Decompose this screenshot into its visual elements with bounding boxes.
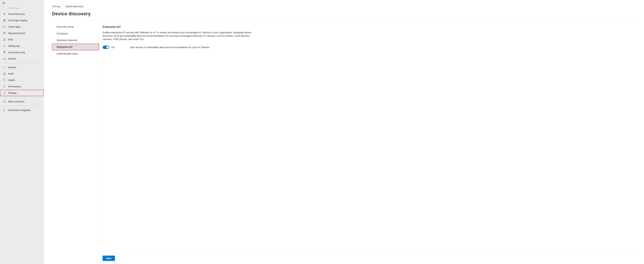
cloud-apps-icon <box>3 7 6 10</box>
detail-description: Enable enterprise IoT security with Defe… <box>102 31 258 41</box>
sidebar-item-label: Activity log <box>8 45 41 47</box>
settings-nav-enterprise-iot[interactable]: Enterprise IoT <box>52 44 99 50</box>
sidebar-item-label: Files <box>8 38 41 41</box>
breadcrumb-settings[interactable]: Settings <box>52 5 60 8</box>
sidebar-item-cloud-app-catalog[interactable]: Cloud app catalog <box>0 17 44 23</box>
svg-point-7 <box>3 26 4 27</box>
toggle-state-label: On <box>112 46 114 49</box>
svg-point-11 <box>5 46 6 46</box>
nav-divider <box>3 97 41 97</box>
sidebar-item-cloud-discovery[interactable]: Cloud discovery <box>0 11 44 17</box>
sidebar-item-customize-navigation[interactable]: Customize navigation <box>0 107 44 113</box>
toggle-info-text: Gain access to vulnerability data and re… <box>130 46 210 49</box>
gear-icon <box>3 91 6 95</box>
nav-list: Cloud apps Cloud discovery Cloud app cat… <box>0 7 44 113</box>
sidebar-item-label: Permissions <box>8 85 41 88</box>
breadcrumb: Settings Device discovery <box>52 5 636 8</box>
settings-nav-monitored-networks[interactable]: Monitored networks <box>52 37 99 44</box>
sidebar: Cloud apps Cloud discovery Cloud app cat… <box>0 0 44 264</box>
sidebar-item-health[interactable]: Health <box>0 77 44 83</box>
breadcrumb-device-discovery[interactable]: Device discovery <box>66 5 84 8</box>
clipboard-icon <box>3 31 6 35</box>
health-icon <box>3 78 6 82</box>
sidebar-item-settings[interactable]: Settings <box>0 90 44 96</box>
sidebar-item-oauth-apps[interactable]: OAuth apps <box>0 23 44 30</box>
reports-icon <box>3 66 6 69</box>
info-icon <box>3 100 6 103</box>
svg-rect-3 <box>4 19 4 20</box>
sidebar-item-label: Customize navigation <box>8 109 41 112</box>
svg-point-2 <box>5 14 5 15</box>
svg-point-1 <box>5 13 5 14</box>
sidebar-item-policies[interactable]: Policies <box>0 56 44 62</box>
sidebar-item-label: Policies <box>8 57 39 60</box>
chevron-right-icon <box>62 5 64 7</box>
sidebar-item-audit[interactable]: Audit <box>0 71 44 77</box>
sidebar-item-label: Settings <box>8 92 41 94</box>
svg-point-8 <box>5 26 6 27</box>
svg-point-0 <box>4 13 4 14</box>
save-button[interactable]: Save <box>102 256 115 261</box>
detail-pane: Enterprise IoT Enable enterprise IoT sec… <box>99 21 636 264</box>
sidebar-item-label: Governance log <box>8 51 41 54</box>
sidebar-item-permissions[interactable]: Permissions <box>0 83 44 90</box>
page-title: Device discovery <box>52 11 636 16</box>
settings-nav: Discovery setup Exclusions Monitored net… <box>52 21 99 264</box>
catalog-icon <box>3 19 6 22</box>
svg-point-15 <box>5 74 5 75</box>
hamburger-icon <box>2 2 5 4</box>
oauth-icon <box>3 25 6 28</box>
sidebar-item-app-governance[interactable]: App governance <box>0 30 44 36</box>
svg-point-16 <box>4 86 4 87</box>
settings-nav-authenticated-scans[interactable]: Authenticated scans <box>52 50 99 57</box>
settings-nav-exclusions[interactable]: Exclusions <box>52 30 99 37</box>
svg-point-17 <box>4 92 5 93</box>
svg-rect-5 <box>4 20 4 21</box>
svg-point-10 <box>4 46 4 46</box>
nav-divider <box>3 63 41 63</box>
policies-icon <box>3 57 6 60</box>
activity-icon <box>3 44 6 48</box>
footer-bar: Save <box>102 253 636 264</box>
main-content: Settings Device discovery Device discove… <box>44 0 644 264</box>
sidebar-item-reports[interactable]: Reports <box>0 64 44 71</box>
svg-point-13 <box>5 59 6 59</box>
sidebar-item-governance-log[interactable]: Governance log <box>0 49 44 56</box>
sidebar-item-label: Cloud app catalog <box>8 19 41 22</box>
cloud-discovery-icon <box>3 12 6 16</box>
sidebar-item-label: More resources <box>8 100 41 103</box>
enterprise-iot-toggle[interactable] <box>102 46 109 49</box>
hamburger-menu[interactable] <box>0 0 44 7</box>
permissions-icon <box>3 85 6 88</box>
svg-rect-4 <box>5 19 6 20</box>
audit-icon <box>3 72 6 75</box>
sidebar-item-cloud-apps[interactable]: Cloud apps <box>0 7 44 11</box>
sidebar-item-label: Cloud discovery <box>8 13 41 15</box>
sidebar-item-more-resources[interactable]: More resources <box>0 98 44 105</box>
sidebar-item-label: Audit <box>8 72 41 75</box>
detail-title: Enterprise IoT <box>102 25 636 28</box>
clipboard-icon <box>3 51 6 54</box>
sidebar-item-activity-log[interactable]: Activity log <box>0 43 44 49</box>
sidebar-item-label: Reports <box>8 66 41 69</box>
svg-rect-14 <box>4 73 6 75</box>
sidebar-item-label: Health <box>8 79 41 82</box>
toggle-row: On Gain access to vulnerability data and… <box>102 46 636 49</box>
chevron-down-icon <box>39 58 41 60</box>
sidebar-item-label: Cloud apps <box>8 7 41 8</box>
sidebar-item-label: OAuth apps <box>8 25 41 28</box>
files-icon <box>3 38 6 41</box>
settings-nav-discovery-setup[interactable]: Discovery setup <box>52 23 99 30</box>
sidebar-item-label: App governance <box>8 32 41 34</box>
edit-icon <box>3 109 6 112</box>
toggle-knob <box>106 46 109 48</box>
svg-rect-6 <box>5 20 6 21</box>
sidebar-item-files[interactable]: Files <box>0 36 44 43</box>
